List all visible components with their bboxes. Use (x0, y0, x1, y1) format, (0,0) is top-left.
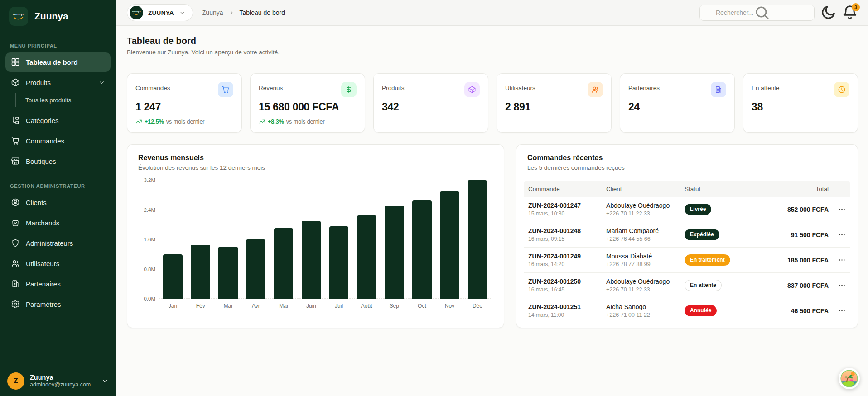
stat-card-top: Revenus (259, 82, 357, 97)
brand-name: Zuunya (34, 11, 68, 22)
logo-text: zuunya (13, 13, 25, 16)
order-actions-button[interactable] (829, 256, 846, 264)
chart-bar-column (214, 180, 242, 299)
client-phone: +226 70 11 22 33 (606, 210, 685, 217)
order-actions-button[interactable] (829, 205, 846, 213)
recent-orders-panel: Commandes récentes Les 5 dernières comma… (516, 144, 858, 328)
chart-bar-mai (274, 228, 294, 299)
order-client-cell: Abdoulaye Ouédraogo+226 70 11 22 33 (606, 202, 685, 217)
breadcrumb-current: Tableau de bord (240, 9, 285, 16)
order-total: 852 000 FCFA (761, 206, 829, 213)
sidebar-section-menu-principal: MENU PRINCIPALTableau de bordProduitsTou… (5, 43, 111, 171)
sidebar: zuunya Zuunya MENU PRINCIPALTableau de b… (0, 0, 116, 396)
page-title: Tableau de bord (127, 36, 858, 46)
client-phone: +226 70 11 22 33 (606, 286, 685, 293)
sidebar-item-produits[interactable]: Produits (5, 73, 111, 92)
stats-row: Commandes1 247+12.5%vs mois dernierReven… (127, 73, 858, 133)
dollar-icon (345, 86, 353, 94)
order-total: 185 000 FCFA (761, 257, 829, 264)
status-badge-en-attente: En attente (685, 280, 722, 291)
chart-plot-area: 3.2M2.4M1.6M0.8M0.0M (159, 180, 491, 299)
org-switcher-label: ZUUNYA (148, 10, 174, 16)
order-date: 16 mars, 09:15 (528, 236, 606, 242)
breadcrumb-parent[interactable]: Zuunya (202, 9, 223, 16)
order-id: ZUN-2024-001247 (528, 202, 606, 209)
column-header-commande: Commande (528, 186, 606, 192)
stat-icon-tile (464, 82, 480, 97)
user-meta: Zuunya admindev@zuunya.com (30, 373, 91, 389)
chart-bar-sep (385, 206, 404, 299)
order-actions-button[interactable] (829, 231, 846, 239)
user-circle-icon (11, 198, 20, 207)
package-icon (468, 86, 476, 94)
chart-bar-fev (191, 245, 210, 299)
sidebar-user-menu[interactable]: Z Zuunya admindev@zuunya.com (0, 366, 116, 396)
chart-y-tick-label: 1.6M (138, 237, 155, 242)
user-name: Zuunya (30, 373, 91, 382)
sidebar-item-categories[interactable]: Catégories (5, 111, 111, 130)
chart-x-tick-label: Sep (381, 303, 408, 309)
sidebar-item-parametres[interactable]: Paramètres (5, 295, 111, 314)
chart-y-tick-label: 0.0M (138, 296, 155, 301)
orders-panel-header: Commandes récentes Les 5 dernières comma… (516, 154, 858, 180)
ellipsis-icon (838, 281, 846, 289)
island-widget-button[interactable] (839, 368, 860, 389)
chart-x-axis-labels: JanFévMarAvrMaiJuinJuilAoûtSepOctNovDéc (159, 303, 491, 309)
shopping-cart-icon (11, 136, 20, 145)
sidebar-item-boutiques[interactable]: Boutiques (5, 152, 111, 171)
notification-count-badge: 3 (852, 3, 860, 11)
logo-smile-icon (133, 13, 140, 15)
topbar: zuunya ZUUNYA Zuunya Tableau de bord (116, 0, 868, 26)
org-switcher-button[interactable]: zuunya ZUUNYA (127, 4, 193, 21)
sidebar-item-administrateurs[interactable]: Administrateurs (5, 234, 111, 253)
ellipsis-icon (838, 307, 846, 315)
orders-subtitle: Les 5 dernières commandes reçues (527, 164, 847, 171)
dark-mode-toggle[interactable] (820, 5, 836, 21)
sidebar-item-commandes[interactable]: Commandes (5, 131, 111, 150)
chart-bar-column (463, 180, 491, 299)
chart-bar-avr (246, 239, 265, 299)
chart-y-tick-label: 2.4M (138, 207, 155, 213)
chevron-right-icon (228, 10, 235, 16)
sidebar-item-label: Utilisateurs (26, 260, 59, 267)
notifications-button[interactable]: 3 (842, 5, 858, 21)
island-icon (840, 370, 858, 387)
order-id-cell: ZUN-2024-00124916 mars, 14:20 (528, 253, 606, 267)
order-actions-button[interactable] (829, 281, 846, 289)
topbar-actions: 3 (699, 5, 858, 21)
sidebar-item-utilisateurs[interactable]: Utilisateurs (5, 254, 111, 273)
main-column: zuunya ZUUNYA Zuunya Tableau de bord (116, 0, 868, 396)
chart-x-tick-label: Août (353, 303, 381, 309)
sidebar-subitem-tous-les-produits[interactable]: Tous les produits (23, 93, 111, 107)
chart-bar-column (353, 180, 381, 299)
order-client-cell: Aïcha Sanogo+226 71 00 11 22 (606, 303, 685, 318)
sidebar-item-label: Catégories (26, 117, 59, 124)
stat-value: 2 891 (505, 101, 603, 113)
chart-x-tick-label: Juil (325, 303, 353, 309)
order-client-cell: Moussa Diabaté+226 78 77 88 99 (606, 253, 685, 267)
stat-trend-suffix: vs mois dernier (166, 119, 205, 125)
sidebar-item-label: Administrateurs (26, 239, 73, 247)
sidebar-item-partenaires[interactable]: Partenaires (5, 274, 111, 293)
chart-bar-column (187, 180, 214, 299)
sidebar-item-marchands[interactable]: Marchands (5, 213, 111, 232)
order-actions-button[interactable] (829, 307, 846, 315)
sidebar-item-clients[interactable]: Clients (5, 193, 111, 212)
ellipsis-icon (838, 231, 846, 239)
sidebar-item-tableau-de-bord[interactable]: Tableau de bord (5, 52, 111, 72)
chart-bar-column (297, 180, 325, 299)
chart-bar-jan (163, 254, 183, 299)
sidebar-section-label: MENU PRINCIPAL (10, 43, 106, 48)
status-badge-livree: Livrée (685, 204, 711, 215)
stat-value: 24 (628, 101, 726, 113)
client-name: Abdoulaye Ouédraogo (606, 202, 685, 209)
sidebar-item-label: Partenaires (26, 280, 61, 288)
sidebar-section-label: GESTION ADMINISTRATEUR (10, 183, 106, 189)
stat-card-top: En attente (752, 82, 849, 97)
dashboard-grid-icon (11, 57, 20, 67)
chevron-down-icon (98, 79, 105, 86)
sidebar-item-label: Boutiques (26, 157, 56, 165)
main-content: Tableau de bord Bienvenue sur Zuunya. Vo… (116, 26, 868, 396)
order-id: ZUN-2024-001251 (528, 303, 606, 310)
order-date: 14 mars, 11:00 (528, 312, 606, 318)
